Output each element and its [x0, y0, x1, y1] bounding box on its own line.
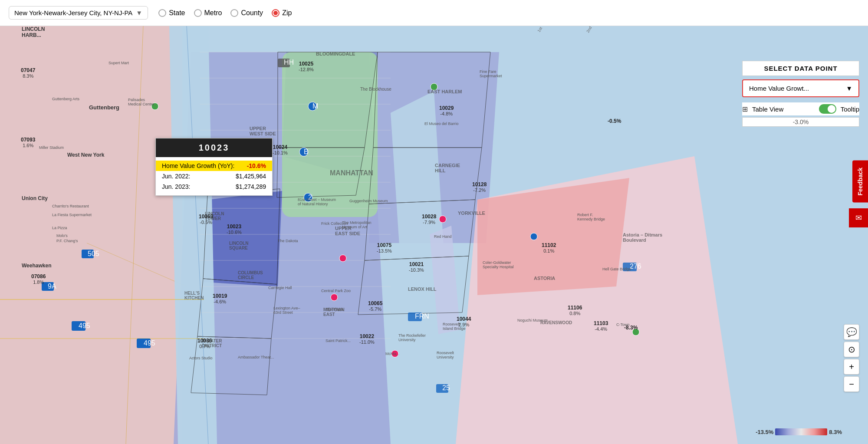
- tooltip-value: -3.0%: [742, 117, 859, 127]
- topbar: New York-Newark-Jersey City, NY-NJ-PA ▼ …: [0, 0, 868, 26]
- zoom-out-button[interactable]: −: [844, 376, 859, 392]
- popup-jun2023-row: Jun. 2023: $1,274,289: [162, 181, 266, 192]
- popup-jun2023-value: $1,274,289: [236, 183, 266, 190]
- svg-text:FRN: FRN: [415, 312, 429, 320]
- radio-state-icon: [158, 9, 166, 17]
- svg-text:495: 495: [144, 339, 155, 347]
- svg-text:B: B: [304, 148, 309, 155]
- popup-jun2022-value: $1,425,964: [236, 173, 266, 180]
- popup-growth-value: -10.6%: [247, 162, 266, 169]
- filter-radio-group: State Metro County Zip: [158, 9, 292, 17]
- chevron-down-icon: ▼: [136, 9, 142, 16]
- legend-max-label: 8.3%: [829, 429, 842, 435]
- svg-point-55: [431, 83, 437, 90]
- filter-zip-label: Zip: [282, 9, 292, 17]
- popup-jun2022-row: Jun. 2022: $1,425,964: [162, 171, 266, 181]
- table-view-toggle[interactable]: [819, 104, 836, 114]
- popup-jun2022-label: Jun. 2022:: [162, 173, 190, 180]
- svg-marker-4: [204, 191, 282, 286]
- svg-point-53: [331, 294, 338, 301]
- locate-icon: ⊙: [848, 344, 855, 355]
- filter-metro-label: Metro: [204, 9, 222, 17]
- legend: -13.5% 8.3%: [756, 428, 842, 435]
- zoom-in-button[interactable]: +: [844, 359, 859, 375]
- popup-growth-label: Home Value Growth (YoY):: [162, 162, 234, 169]
- map-controls: 💬 ⊙ + −: [844, 324, 859, 392]
- svg-text:276: 276: [630, 263, 641, 270]
- chevron-down-panel-icon: ▼: [846, 85, 852, 92]
- svg-text:M: M: [312, 102, 318, 110]
- chat-icon: 💬: [846, 327, 857, 337]
- map[interactable]: 495 495 505 9A M B 2 FRN 276 25 HH: [0, 26, 868, 444]
- svg-point-56: [530, 233, 537, 240]
- data-point-select[interactable]: Home Value Growt... ▼: [742, 79, 859, 97]
- radio-zip-icon: [272, 9, 279, 17]
- location-value: New York-Newark-Jersey City, NY-NJ-PA: [14, 9, 132, 16]
- right-panel: SELECT DATA POINT Home Value Growt... ▼ …: [742, 61, 859, 127]
- svg-point-51: [439, 216, 446, 223]
- envelope-icon: ✉: [855, 213, 862, 223]
- svg-marker-1: [0, 26, 182, 444]
- data-point-value: Home Value Growt...: [749, 85, 809, 92]
- svg-point-52: [339, 255, 346, 262]
- legend-bar: [775, 428, 827, 435]
- popup-growth-row: Home Value Growth (YoY): -10.6%: [156, 161, 272, 171]
- svg-point-57: [632, 329, 639, 335]
- location-select[interactable]: New York-Newark-Jersey City, NY-NJ-PA ▼: [9, 6, 148, 20]
- filter-state-label: State: [169, 9, 185, 17]
- popup-body: Home Value Growth (YoY): -10.6% Jun. 202…: [156, 157, 272, 195]
- feedback-button[interactable]: Feedback: [852, 161, 868, 203]
- svg-text:HH: HH: [284, 59, 294, 66]
- radio-county-icon: [230, 9, 238, 17]
- filter-state[interactable]: State: [158, 9, 185, 17]
- popup-jun2023-label: Jun. 2023:: [162, 183, 190, 190]
- filter-county-label: County: [241, 9, 263, 17]
- filter-metro[interactable]: Metro: [194, 9, 222, 17]
- table-view-row: ⊞ Table View Tooltip: [742, 102, 859, 115]
- legend-min-label: -13.5%: [756, 429, 773, 435]
- minus-icon: −: [849, 379, 854, 389]
- svg-text:495: 495: [79, 322, 90, 329]
- tooltip-label: Tooltip: [841, 105, 859, 113]
- panel-title: SELECT DATA POINT: [742, 61, 859, 76]
- feedback-message-icon[interactable]: ✉: [849, 208, 868, 227]
- table-icon: ⊞: [742, 105, 748, 113]
- svg-text:9A: 9A: [48, 283, 56, 290]
- table-view-label: Table View: [752, 105, 783, 113]
- svg-point-58: [151, 103, 158, 110]
- svg-text:2: 2: [308, 194, 312, 201]
- svg-point-54: [391, 350, 398, 357]
- filter-county[interactable]: County: [230, 9, 263, 17]
- svg-rect-13: [282, 52, 378, 217]
- plus-icon: +: [849, 362, 854, 372]
- tooltip-popup: 10023 Home Value Growth (YoY): -10.6% Ju…: [155, 138, 273, 196]
- filter-zip[interactable]: Zip: [272, 9, 292, 17]
- popup-zip: 10023: [156, 138, 272, 157]
- radio-metro-icon: [194, 9, 202, 17]
- feedback-label: Feedback: [857, 168, 864, 196]
- svg-text:25: 25: [442, 384, 450, 391]
- chat-button[interactable]: 💬: [844, 324, 859, 340]
- locate-button[interactable]: ⊙: [844, 342, 859, 357]
- svg-text:505: 505: [88, 250, 99, 257]
